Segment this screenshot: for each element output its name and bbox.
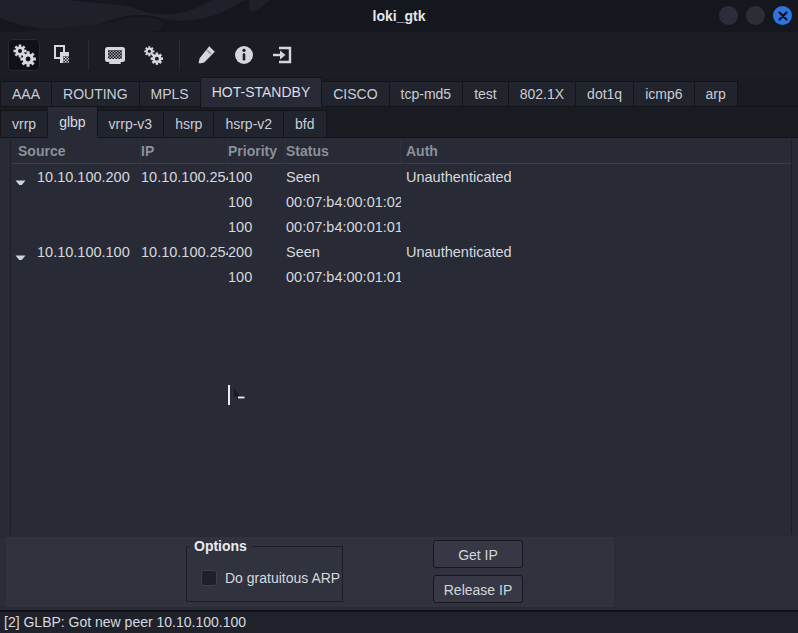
titlebar[interactable]: loki_gtk [0, 0, 798, 32]
copy-document-icon [50, 43, 74, 67]
row-expander-icon[interactable] [15, 249, 26, 256]
tab-tcp-md5[interactable]: tcp-md5 [390, 81, 464, 107]
gratuitous-arp-checkbox[interactable] [201, 570, 217, 586]
column-header-ip[interactable]: IP [141, 140, 228, 163]
tab-aaa[interactable]: AAA [0, 81, 52, 107]
quit-exit-icon [270, 43, 294, 67]
column-header-status[interactable]: Status [286, 140, 401, 163]
column-header-source[interactable]: Source [11, 140, 141, 163]
tab-routing[interactable]: ROUTING [52, 81, 140, 107]
copy-button[interactable] [46, 39, 78, 71]
cell-status: 00:07:b4:00:01:01 [286, 219, 401, 235]
statusbar-message: [2] GLBP: Got new peer 10.10.100.100 [4, 614, 246, 630]
tab-hot-standby[interactable]: HOT-STANDBY [201, 77, 323, 107]
edit-pencil-icon [194, 43, 218, 67]
hot-standby-tabs: vrrp glbp vrrp-v3 hsrp hsrp-v2 bfd [0, 107, 798, 138]
cell-status: 00:07:b4:00:01:01 [286, 269, 401, 285]
glbp-controls-panel: Options Do gratuitous ARP Get IP Release… [0, 537, 798, 607]
column-header-auth[interactable]: Auth [401, 140, 791, 163]
tab-vrrp[interactable]: vrrp [0, 110, 48, 138]
toolbar [0, 32, 798, 78]
glbp-peer-table: Source IP Priority Status Auth 10.10.100… [10, 140, 792, 534]
run-gears-icon [12, 43, 36, 67]
interfaces-button[interactable] [99, 39, 131, 71]
row-expander-icon[interactable] [15, 174, 26, 181]
tab-icmp6[interactable]: icmp6 [634, 81, 694, 107]
cell-priority: 100 [228, 219, 286, 235]
table-header: Source IP Priority Status Auth [11, 140, 791, 164]
cell-status: 00:07:b4:00:01:02 [286, 194, 401, 210]
loki-gtk-window: loki_gtk [0, 0, 798, 633]
cell-source: 10.10.100.200 [37, 169, 130, 185]
glbp-page: Source IP Priority Status Auth 10.10.100… [0, 138, 798, 610]
cell-priority: 100 [228, 194, 286, 210]
tab-8021x[interactable]: 802.1X [509, 81, 576, 107]
preferences-gears-icon [142, 44, 164, 66]
table-row[interactable]: 10.10.100.200 10.10.100.254 100 Seen Una… [11, 164, 791, 189]
cell-ip: 10.10.100.254 [141, 169, 228, 185]
tab-hsrp[interactable]: hsrp [164, 110, 214, 138]
tab-cisco[interactable]: CISCO [322, 81, 389, 107]
tab-mpls[interactable]: MPLS [140, 81, 201, 107]
toolbar-separator [179, 40, 180, 70]
gratuitous-arp-label: Do gratuitous ARP [225, 570, 340, 586]
protocol-tabs: AAA ROUTING MPLS HOT-STANDBY CISCO tcp-m… [0, 78, 798, 107]
tab-hsrp-v2[interactable]: hsrp-v2 [214, 110, 284, 138]
cell-priority: 200 [228, 244, 286, 260]
release-ip-button[interactable]: Release IP [433, 575, 523, 603]
tab-bfd[interactable]: bfd [284, 110, 326, 138]
cell-ip: 10.10.100.254 [141, 244, 228, 260]
statusbar: [2] GLBP: Got new peer 10.10.100.100 [0, 610, 798, 633]
table-row[interactable]: 100 00:07:b4:00:01:02 [11, 189, 791, 214]
window-title: loki_gtk [0, 0, 798, 32]
close-button[interactable] [773, 6, 792, 25]
tab-test[interactable]: test [463, 81, 509, 107]
cell-priority: 100 [228, 169, 286, 185]
run-attack-button[interactable] [8, 39, 40, 71]
table-row[interactable]: 100 00:07:b4:00:01:01 [11, 214, 791, 239]
table-row[interactable]: 100 00:07:b4:00:01:01 [11, 264, 791, 289]
cell-status: Seen [286, 244, 401, 260]
quit-button[interactable] [266, 39, 298, 71]
cell-auth: Unauthenticated [401, 169, 791, 185]
tab-dot1q[interactable]: dot1q [576, 81, 634, 107]
tab-glbp[interactable]: glbp [48, 106, 97, 138]
table-row[interactable]: 10.10.100.100 10.10.100.254 200 Seen Una… [11, 239, 791, 264]
about-info-icon [232, 43, 256, 67]
cell-priority: 100 [228, 269, 286, 285]
network-interface-icon [102, 43, 128, 67]
column-header-priority[interactable]: Priority [228, 140, 286, 163]
edit-button[interactable] [190, 39, 222, 71]
close-x-icon [778, 11, 788, 21]
get-ip-button[interactable]: Get IP [433, 540, 523, 568]
cell-source: 10.10.100.100 [37, 244, 130, 260]
tab-arp[interactable]: arp [695, 81, 738, 107]
options-frame: Options Do gratuitous ARP [186, 546, 343, 602]
toolbar-separator [88, 40, 89, 70]
options-legend: Options [189, 538, 252, 554]
cell-status: Seen [286, 169, 401, 185]
preferences-button[interactable] [137, 39, 169, 71]
about-button[interactable] [228, 39, 260, 71]
minimize-button[interactable] [719, 6, 738, 25]
window-controls [719, 6, 792, 25]
maximize-button[interactable] [746, 6, 765, 25]
gratuitous-arp-option: Do gratuitous ARP [201, 570, 340, 586]
cell-auth: Unauthenticated [401, 244, 791, 260]
tab-vrrp-v3[interactable]: vrrp-v3 [98, 110, 165, 138]
